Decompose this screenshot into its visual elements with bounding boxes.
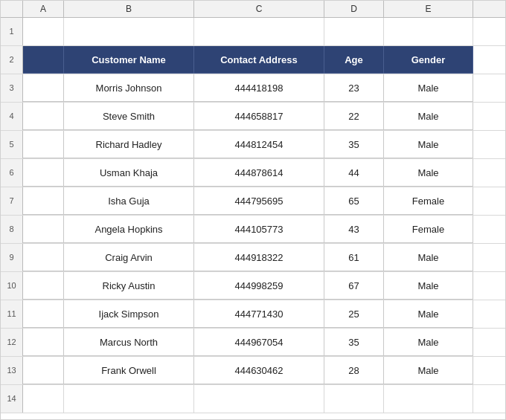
row-10: 10 Ricky Austin 444998259 67 Male	[1, 272, 505, 300]
row-number-8: 8	[1, 216, 23, 243]
cell-6d[interactable]: 44	[324, 159, 384, 187]
cell-11b[interactable]: Ijack Simpson	[64, 300, 194, 328]
cell-13b[interactable]: Frank Orwell	[64, 357, 194, 384]
cell-1e[interactable]	[384, 18, 473, 45]
cell-4d[interactable]: 22	[324, 103, 384, 130]
cell-11e[interactable]: Male	[384, 300, 473, 328]
row-number-9: 9	[1, 244, 23, 271]
col-header-c[interactable]: C	[194, 1, 324, 17]
cell-4c[interactable]: 444658817	[194, 103, 324, 130]
cell-5c[interactable]: 444812454	[194, 131, 324, 158]
header-age[interactable]: Age	[324, 46, 384, 74]
row-12: 12 Marcus North 444967054 35 Male	[1, 329, 505, 357]
cell-4b[interactable]: Steve Smith	[64, 103, 194, 130]
col-header-d[interactable]: D	[324, 1, 384, 17]
cell-13d[interactable]: 28	[324, 357, 384, 384]
cell-14c[interactable]	[194, 385, 324, 413]
cell-5e[interactable]: Male	[384, 131, 473, 158]
header-gender[interactable]: Gender	[384, 46, 473, 74]
header-customer-name[interactable]: Customer Name	[64, 46, 194, 74]
cell-14d[interactable]	[324, 385, 384, 413]
cell-14a[interactable]	[23, 385, 64, 413]
cell-10b[interactable]: Ricky Austin	[64, 272, 194, 300]
row-9: 9 Craig Arvin 444918322 61 Male	[1, 244, 505, 272]
cell-8a[interactable]	[23, 216, 64, 243]
cell-7d[interactable]: 65	[324, 187, 384, 215]
cell-8c[interactable]: 444105773	[194, 216, 324, 243]
cell-1c[interactable]	[194, 18, 324, 45]
row-1: 1	[1, 18, 505, 46]
cell-1b[interactable]	[64, 18, 194, 45]
cell-4a[interactable]	[23, 103, 64, 130]
cell-11d[interactable]: 25	[324, 300, 384, 328]
cell-8e[interactable]: Female	[384, 216, 473, 243]
row-number-2: 2	[1, 46, 23, 74]
cell-9e[interactable]: Male	[384, 244, 473, 271]
row-5: 5 Richard Hadley 444812454 35 Male	[1, 131, 505, 159]
row-number-3: 3	[1, 74, 23, 102]
cell-12b[interactable]: Marcus North	[64, 329, 194, 356]
cell-5d[interactable]: 35	[324, 131, 384, 158]
row-7: 7 Isha Guja 444795695 65 Female	[1, 187, 505, 216]
row-8: 8 Angela Hopkins 444105773 43 Female	[1, 216, 505, 244]
col-header-a[interactable]: A	[23, 1, 64, 17]
cell-12c[interactable]: 444967054	[194, 329, 324, 356]
row-6: 6 Usman Khaja 444878614 44 Male	[1, 159, 505, 187]
cell-6e[interactable]: Male	[384, 159, 473, 187]
cell-6b[interactable]: Usman Khaja	[64, 159, 194, 187]
cell-5b[interactable]: Richard Hadley	[64, 131, 194, 158]
cell-10d[interactable]: 67	[324, 272, 384, 300]
row-2-header: 2 Customer Name Contact Address Age Gend…	[1, 46, 505, 74]
row-4: 4 Steve Smith 444658817 22 Male	[1, 103, 505, 131]
cell-14e[interactable]	[384, 385, 473, 413]
row-number-11: 11	[1, 300, 23, 328]
cell-5a[interactable]	[23, 131, 64, 158]
cell-7e[interactable]: Female	[384, 187, 473, 215]
row-number-14: 14	[1, 385, 23, 413]
col-header-b[interactable]: B	[64, 1, 194, 17]
row-3: 3 Morris Johnson 444418198 23 Male	[1, 74, 505, 103]
rows-area: 1 2 Customer Name Contact Address Age Ge…	[1, 18, 505, 419]
row-number-10: 10	[1, 272, 23, 300]
cell-14b[interactable]	[64, 385, 194, 413]
cell-6a[interactable]	[23, 159, 64, 187]
row-number-13: 13	[1, 357, 23, 384]
row-number-5: 5	[1, 131, 23, 158]
cell-10a[interactable]	[23, 272, 64, 300]
cell-12a[interactable]	[23, 329, 64, 356]
cell-6c[interactable]: 444878614	[194, 159, 324, 187]
cell-8b[interactable]: Angela Hopkins	[64, 216, 194, 243]
cell-9a[interactable]	[23, 244, 64, 271]
cell-3c[interactable]: 444418198	[194, 74, 324, 102]
cell-12e[interactable]: Male	[384, 329, 473, 356]
cell-9b[interactable]: Craig Arvin	[64, 244, 194, 271]
cell-13e[interactable]: Male	[384, 357, 473, 384]
cell-10e[interactable]: Male	[384, 272, 473, 300]
cell-9c[interactable]: 444918322	[194, 244, 324, 271]
cell-3d[interactable]: 23	[324, 74, 384, 102]
cell-7b[interactable]: Isha Guja	[64, 187, 194, 215]
cell-11a[interactable]	[23, 300, 64, 328]
cell-13a[interactable]	[23, 357, 64, 384]
row-number-7: 7	[1, 187, 23, 215]
cell-10c[interactable]: 444998259	[194, 272, 324, 300]
cell-7c[interactable]: 444795695	[194, 187, 324, 215]
cell-1d[interactable]	[324, 18, 384, 45]
cell-2a[interactable]	[23, 46, 64, 74]
row-number-6: 6	[1, 159, 23, 187]
cell-8d[interactable]: 43	[324, 216, 384, 243]
cell-3e[interactable]: Male	[384, 74, 473, 102]
cell-13c[interactable]: 444630462	[194, 357, 324, 384]
header-contact-address[interactable]: Contact Address	[194, 46, 324, 74]
spreadsheet: A B C D E 1 2 Customer Name Contact Addr…	[0, 0, 506, 420]
cell-4e[interactable]: Male	[384, 103, 473, 130]
cell-12d[interactable]: 35	[324, 329, 384, 356]
cell-3b[interactable]: Morris Johnson	[64, 74, 194, 102]
col-header-e[interactable]: E	[384, 1, 473, 17]
row-13: 13 Frank Orwell 444630462 28 Male	[1, 357, 505, 385]
cell-7a[interactable]	[23, 187, 64, 215]
cell-11c[interactable]: 444771430	[194, 300, 324, 328]
cell-3a[interactable]	[23, 74, 64, 102]
cell-1a[interactable]	[23, 18, 64, 45]
cell-9d[interactable]: 61	[324, 244, 384, 271]
